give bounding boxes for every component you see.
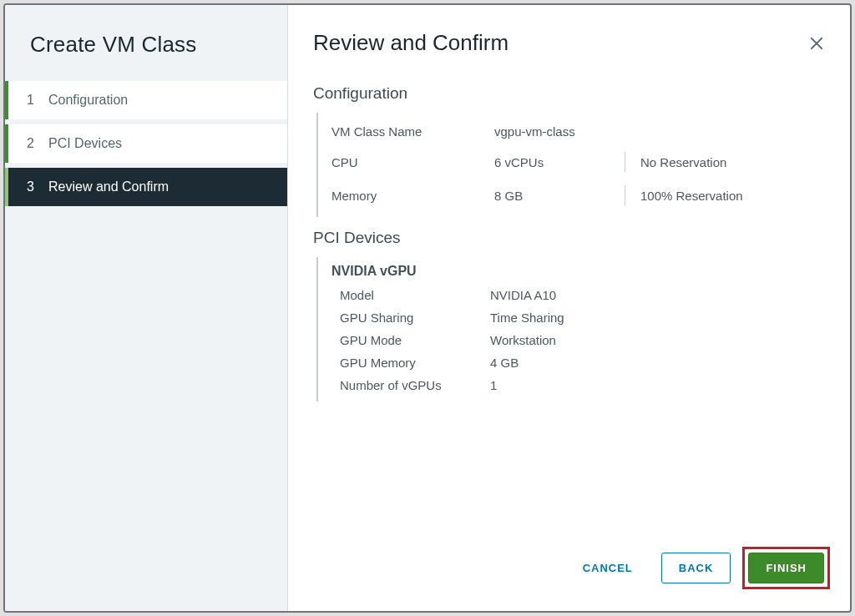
label-gpu-model: Model (331, 288, 490, 302)
step-pci-devices[interactable]: 2 PCI Devices (5, 124, 287, 163)
page-title: Review and Confirm (313, 30, 508, 56)
wizard-footer: CANCEL BACK FINISH (288, 528, 850, 611)
back-button[interactable]: BACK (661, 553, 731, 583)
label-gpu-sharing: GPU Sharing (331, 311, 490, 325)
value-memory: 8 GB (494, 189, 620, 203)
step-number: 3 (27, 179, 37, 194)
row-vm-class-name: VM Class Name vgpu-vm-class (331, 118, 825, 145)
step-label: PCI Devices (48, 136, 122, 151)
divider (625, 152, 625, 172)
value-gpu-memory: 4 GB (490, 356, 519, 370)
divider (625, 185, 625, 205)
pci-block: NVIDIA vGPU Model NVIDIA A10 GPU Sharing… (316, 257, 825, 401)
value-cpu: 6 vCPUs (494, 155, 620, 169)
value-gpu-model: NVIDIA A10 (490, 288, 556, 302)
row-gpu-mode: GPU Mode Workstation (331, 329, 825, 351)
value-gpu-mode: Workstation (490, 333, 556, 347)
wizard-main: Review and Confirm Configuration VM Clas… (288, 5, 850, 611)
finish-button[interactable]: FINISH (748, 553, 824, 583)
value-gpu-sharing: Time Sharing (490, 311, 564, 325)
value-memory-reservation: 100% Reservation (640, 189, 743, 203)
step-configuration[interactable]: 1 Configuration (5, 81, 287, 119)
step-label: Configuration (48, 93, 128, 108)
step-number: 2 (27, 136, 37, 151)
review-content: Configuration VM Class Name vgpu-vm-clas… (288, 64, 850, 528)
label-vgpu-count: Number of vGPUs (331, 378, 490, 392)
label-gpu-mode: GPU Mode (331, 333, 490, 347)
close-icon (809, 36, 824, 51)
create-vm-class-dialog: Create VM Class 1 Configuration 2 PCI De… (3, 3, 852, 613)
step-number: 1 (27, 93, 37, 108)
row-gpu-model: Model NVIDIA A10 (331, 284, 825, 306)
wizard-steps: 1 Configuration 2 PCI Devices 3 Review a… (5, 81, 287, 206)
configuration-block: VM Class Name vgpu-vm-class CPU 6 vCPUs … (316, 113, 825, 217)
section-heading-configuration: Configuration (313, 84, 825, 103)
row-gpu-memory: GPU Memory 4 GB (331, 351, 825, 374)
label-vm-class-name: VM Class Name (331, 124, 494, 139)
wizard-sidebar: Create VM Class 1 Configuration 2 PCI De… (5, 5, 288, 611)
value-cpu-reservation: No Reservation (640, 155, 726, 169)
label-cpu: CPU (331, 155, 494, 169)
value-vm-class-name: vgpu-vm-class (494, 124, 575, 139)
finish-highlight: FINISH (742, 547, 830, 589)
step-label: Review and Confirm (48, 179, 169, 194)
label-gpu-memory: GPU Memory (331, 356, 490, 370)
wizard-title: Create VM Class (5, 5, 287, 81)
main-header: Review and Confirm (288, 5, 850, 64)
cancel-button[interactable]: CANCEL (566, 553, 650, 583)
value-vgpu-count: 1 (490, 378, 497, 392)
row-cpu: CPU 6 vCPUs No Reservation (331, 145, 825, 179)
section-heading-pci: PCI Devices (313, 229, 825, 247)
pci-group-name: NVIDIA vGPU (331, 264, 825, 279)
row-memory: Memory 8 GB 100% Reservation (331, 179, 825, 212)
row-vgpu-count: Number of vGPUs 1 (331, 374, 825, 396)
label-memory: Memory (331, 189, 494, 203)
close-button[interactable] (808, 35, 825, 52)
step-review-and-confirm[interactable]: 3 Review and Confirm (5, 168, 287, 206)
row-gpu-sharing: GPU Sharing Time Sharing (331, 306, 825, 329)
